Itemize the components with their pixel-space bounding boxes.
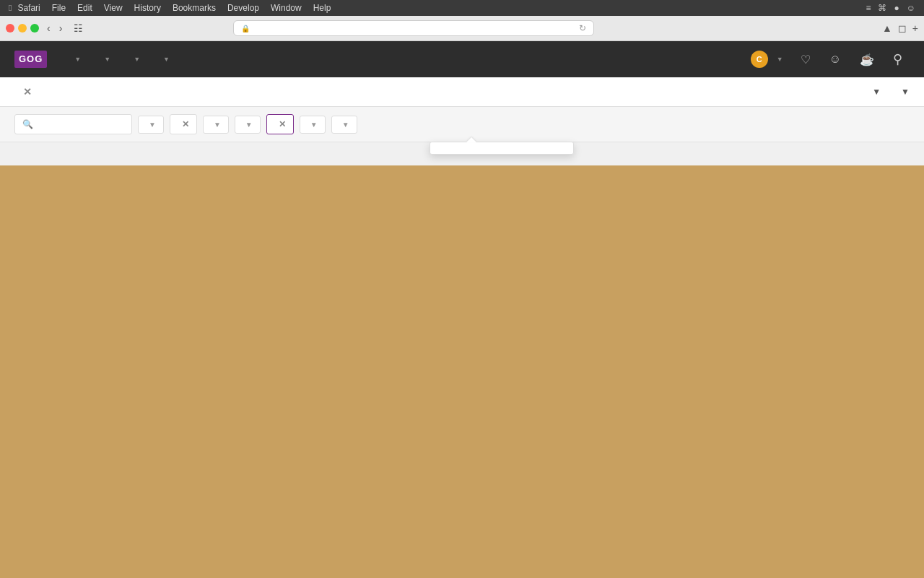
price-arrow-icon: ▼	[342, 121, 349, 129]
friends-icon: ☺	[829, 53, 841, 66]
view-arrow-icon: ▼	[901, 87, 910, 97]
new-tab-button[interactable]: ◻	[898, 22, 907, 34]
features-arrow-icon: ▼	[245, 121, 253, 129]
add-to-reading-list-button[interactable]: +	[912, 22, 918, 34]
language-arrow-icon: ▼	[214, 121, 221, 129]
share-button[interactable]: ▲	[882, 22, 892, 34]
release-dropdown-popup	[430, 142, 574, 155]
history-menu[interactable]: History	[134, 3, 161, 13]
system-clear-icon[interactable]: ✕	[182, 119, 189, 129]
gog-logo[interactable]: GOG	[14, 51, 47, 68]
genre-arrow-icon: ▼	[149, 121, 156, 129]
nav-menu-items: ▼ ▼ ▼ ▼	[61, 41, 180, 77]
user-account-icon[interactable]: ☺	[907, 3, 915, 13]
search-input[interactable]	[38, 119, 124, 129]
release-clear-icon[interactable]: ✕	[279, 119, 286, 129]
view-by-dropdown[interactable]: ▼	[895, 87, 910, 97]
mac-menu-bar:  Safari File Edit View History Bookmark…	[0, 0, 924, 16]
filters-row: 🔍 ▼ ✕ ▼ ▼ ✕ ▼ ▼	[0, 107, 924, 142]
nav-right-section: C ▼ ♡ ☺ ☕ ⚲	[744, 51, 910, 68]
company-arrow-icon: ▼	[310, 121, 318, 129]
order-arrow-icon: ▼	[872, 87, 881, 97]
bookmarks-menu[interactable]: Bookmarks	[173, 3, 216, 13]
bell-icon: ♡	[801, 53, 811, 66]
notifications-button[interactable]: ♡	[793, 53, 819, 66]
clear-filters-button[interactable]: ✕	[23, 86, 35, 98]
community-nav-item[interactable]: ▼	[121, 41, 150, 77]
wifi-icon[interactable]: ⌘	[878, 3, 886, 13]
company-filter[interactable]: ▼	[300, 116, 326, 134]
language-filter[interactable]: ▼	[203, 116, 229, 134]
clear-x-icon: ✕	[23, 86, 32, 98]
about-nav-item[interactable]: ▼	[91, 41, 121, 77]
traffic-lights	[6, 24, 39, 33]
cart-button[interactable]: ☕	[853, 53, 883, 66]
price-filter[interactable]: ▼	[331, 116, 357, 134]
release-filter[interactable]: ✕	[266, 114, 294, 134]
forward-button[interactable]: ›	[56, 21, 66, 35]
address-bar[interactable]: 🔒 ↻	[233, 20, 594, 36]
community-arrow-icon: ▼	[134, 56, 140, 63]
apple-menu[interactable]: 	[9, 3, 12, 13]
notification-center-icon[interactable]: ≡	[866, 3, 871, 13]
minimize-window-button[interactable]	[18, 24, 27, 33]
help-menu[interactable]: Help	[313, 3, 331, 13]
browser-action-buttons: ▲ ◻ +	[882, 22, 918, 34]
support-arrow-icon: ▼	[163, 56, 170, 63]
store-nav-item[interactable]: ▼	[61, 41, 91, 77]
ssl-lock-icon: 🔒	[241, 25, 250, 33]
site-navigation: GOG ▼ ▼ ▼ ▼ C ▼	[0, 41, 924, 77]
friends-button[interactable]: ☺	[822, 53, 850, 66]
window-menu[interactable]: Window	[271, 3, 302, 13]
search-filter[interactable]: 🔍	[14, 114, 132, 134]
dropdown-arrow	[466, 137, 476, 142]
sidebar-button[interactable]: ☷	[70, 21, 87, 35]
system-filter[interactable]: ✕	[170, 114, 197, 134]
support-nav-item[interactable]: ▼	[150, 41, 180, 77]
edit-menu[interactable]: Edit	[77, 3, 92, 13]
navigation-buttons: ‹ ›	[43, 21, 66, 35]
avatar: C	[751, 51, 768, 68]
search-spotlight-icon[interactable]: ●	[894, 3, 899, 13]
toolbar-right: ▼ ▼	[866, 87, 910, 97]
gog-website: GOG ▼ ▼ ▼ ▼ C ▼	[0, 41, 924, 165]
search-icon: 🔍	[22, 119, 33, 129]
develop-menu[interactable]: Develop	[227, 3, 259, 13]
user-arrow-icon: ▼	[777, 56, 783, 63]
order-by-dropdown[interactable]: ▼	[866, 87, 881, 97]
reload-button[interactable]: ↻	[579, 23, 586, 33]
fullscreen-window-button[interactable]	[30, 24, 39, 33]
games-toolbar: ✕ ▼ ▼	[0, 77, 924, 107]
file-menu[interactable]: File	[52, 3, 66, 13]
features-filter[interactable]: ▼	[235, 116, 261, 134]
logo-top: GOG	[19, 53, 43, 65]
cart-icon: ☕	[860, 53, 874, 66]
about-arrow-icon: ▼	[104, 56, 110, 63]
store-arrow-icon: ▼	[74, 56, 81, 63]
user-menu[interactable]: C ▼	[744, 51, 790, 68]
safari-menu[interactable]: Safari	[17, 3, 40, 13]
browser-toolbar: ‹ › ☷ 🔒 ↻ ▲ ◻ +	[0, 16, 924, 41]
close-window-button[interactable]	[6, 24, 14, 33]
search-button[interactable]: ⚲	[886, 51, 910, 67]
genre-filter[interactable]: ▼	[138, 116, 164, 134]
view-menu[interactable]: View	[104, 3, 123, 13]
back-button[interactable]: ‹	[43, 21, 54, 35]
